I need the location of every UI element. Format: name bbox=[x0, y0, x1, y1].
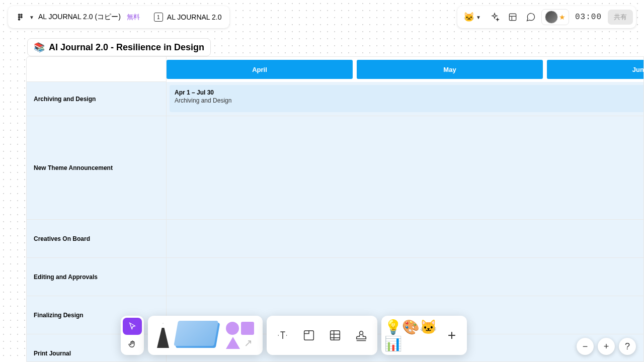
figma-icon bbox=[16, 13, 25, 22]
month-header: AprilMayJune bbox=[167, 57, 643, 82]
topbar: ▼ AL JOURNAL 2.0 (コピー) 無料 1 AL JOURNAL 2… bbox=[8, 6, 636, 28]
widgets-group: 💡🎨🐱📊 + bbox=[381, 316, 467, 355]
board-title[interactable]: 📚 AI Journal 2.0 - Resilience in Design bbox=[27, 38, 211, 56]
help-button[interactable]: ? bbox=[619, 338, 636, 355]
select-tool-group bbox=[121, 316, 144, 355]
month-header-cell: May bbox=[357, 60, 543, 79]
svg-rect-5 bbox=[509, 14, 516, 20]
title-text: AI Journal 2.0 - Resilience in Design bbox=[49, 42, 204, 53]
add-button[interactable]: + bbox=[440, 323, 464, 347]
gantt-row-label[interactable]: Creatives On Board bbox=[27, 220, 166, 258]
gantt-row[interactable] bbox=[167, 258, 643, 296]
free-badge: 無料 bbox=[127, 13, 140, 22]
svg-rect-11 bbox=[331, 331, 340, 340]
circle-icon bbox=[226, 322, 239, 335]
svg-rect-0 bbox=[18, 14, 21, 16]
gantt-row-label[interactable]: Archiving and Design bbox=[27, 82, 166, 116]
gantt-task-bar[interactable]: Apr 1 – Jul 30Archiving and Design bbox=[170, 85, 643, 112]
section-tool[interactable] bbox=[298, 324, 320, 346]
zoom-controls: − + ? bbox=[577, 338, 636, 355]
layout-button[interactable] bbox=[505, 10, 520, 25]
star-icon: ★ bbox=[559, 13, 566, 21]
month-header-cell: April bbox=[167, 60, 353, 79]
share-button[interactable]: 共有 bbox=[608, 10, 633, 25]
pen-tool[interactable] bbox=[151, 320, 175, 351]
svg-rect-3 bbox=[20, 16, 23, 19]
shapes-tool[interactable]: ↗ bbox=[220, 320, 260, 351]
cat-icon: 🐱 bbox=[463, 12, 474, 23]
topright-controls: 🐱 ▼ ★ 03:00 共有 bbox=[457, 6, 636, 28]
gantt-row-label[interactable]: Editing and Approvals bbox=[27, 258, 166, 296]
stamp-tool[interactable] bbox=[350, 324, 372, 346]
file-tabs: ▼ AL JOURNAL 2.0 (コピー) 無料 1 AL JOURNAL 2… bbox=[8, 6, 229, 28]
ai-button[interactable] bbox=[487, 10, 502, 25]
text-tool[interactable] bbox=[272, 324, 294, 346]
zoom-out-button[interactable]: − bbox=[577, 338, 594, 355]
chevron-down-icon: ▼ bbox=[476, 15, 481, 20]
square-icon bbox=[241, 322, 254, 335]
svg-point-15 bbox=[360, 331, 363, 335]
triangle-icon bbox=[226, 337, 240, 349]
comment-button[interactable] bbox=[523, 10, 538, 25]
task-dates: Apr 1 – Jul 30 bbox=[175, 89, 638, 96]
svg-rect-2 bbox=[18, 16, 21, 19]
table-tool[interactable] bbox=[324, 324, 346, 346]
task-title: Archiving and Design bbox=[175, 97, 638, 104]
page-name: AL JOURNAL 2.0 bbox=[167, 13, 222, 21]
draw-tool-group: ↗ bbox=[148, 316, 263, 355]
page-tab[interactable]: 1 AL JOURNAL 2.0 bbox=[149, 9, 227, 25]
svg-rect-1 bbox=[20, 14, 23, 16]
avatar-wrap[interactable]: ★ bbox=[541, 9, 569, 25]
user-avatar bbox=[545, 11, 558, 24]
gantt-row[interactable] bbox=[167, 116, 643, 220]
gantt-row-label[interactable]: New Theme Announcement bbox=[27, 116, 166, 220]
gantt-row[interactable]: Apr 1 – Jul 30Archiving and Design bbox=[167, 82, 643, 116]
timer-display[interactable]: 03:00 bbox=[572, 13, 605, 22]
gantt-corner bbox=[27, 57, 166, 82]
sticky-tool[interactable] bbox=[175, 320, 220, 351]
hand-tool[interactable] bbox=[123, 336, 142, 353]
bottom-toolbar: ↗ 💡🎨🐱📊 + bbox=[121, 316, 467, 355]
arrow-icon: ↗ bbox=[242, 337, 254, 349]
zoom-in-button[interactable]: + bbox=[598, 338, 615, 355]
gantt-row[interactable] bbox=[167, 220, 643, 258]
file-name: AL JOURNAL 2.0 (コピー) bbox=[38, 13, 121, 22]
books-icon: 📚 bbox=[34, 42, 45, 53]
widgets-button[interactable]: 💡🎨🐱📊 bbox=[384, 321, 440, 350]
insert-tool-group bbox=[267, 316, 377, 355]
svg-rect-4 bbox=[18, 18, 21, 21]
chevron-down-icon: ▼ bbox=[29, 15, 34, 20]
month-header-cell: June bbox=[547, 60, 643, 79]
page-icon: 1 bbox=[154, 13, 163, 22]
reactions-button[interactable]: 🐱 ▼ bbox=[460, 10, 484, 25]
move-tool[interactable] bbox=[123, 318, 142, 335]
file-tab-main[interactable]: ▼ AL JOURNAL 2.0 (コピー) 無料 bbox=[11, 9, 145, 25]
